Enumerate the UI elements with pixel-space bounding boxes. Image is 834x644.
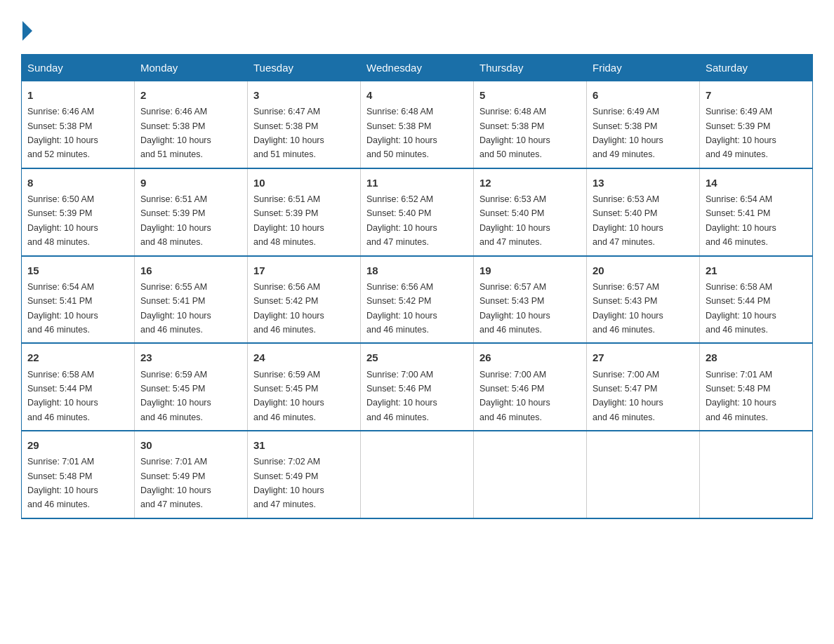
day-sunrise-value: Sunrise: 6:57 AM [479, 282, 546, 292]
day-sunrise-value: Sunrise: 6:46 AM [27, 107, 94, 116]
day-sunrise-value: Sunrise: 6:59 AM [253, 370, 320, 380]
day-sunrise-value: Sunrise: 6:54 AM [27, 282, 94, 292]
day-sunrise-value: Sunrise: 6:57 AM [593, 282, 659, 292]
day-number: 24 [253, 349, 355, 365]
calendar-cell: 18Sunrise: 6:56 AMSunset: 5:42 PMDayligh… [361, 256, 474, 344]
day-daylight-hours: Daylight: 10 hours [366, 135, 437, 145]
day-sunset-value: Sunset: 5:48 PM [27, 471, 92, 481]
calendar-cell: 10Sunrise: 6:51 AMSunset: 5:39 PMDayligh… [248, 168, 361, 256]
day-sunrise-value: Sunrise: 7:01 AM [140, 457, 207, 467]
day-daylight-hours: Daylight: 10 hours [140, 135, 211, 145]
day-number: 5 [479, 87, 581, 103]
day-number: 11 [366, 175, 468, 191]
day-daylight-hours: Daylight: 10 hours [27, 398, 98, 408]
calendar-cell: 22Sunrise: 6:58 AMSunset: 5:44 PMDayligh… [22, 343, 135, 431]
day-number: 1 [27, 87, 128, 103]
day-daylight-minutes: and 47 minutes. [140, 499, 203, 509]
day-sunrise-value: Sunrise: 6:51 AM [253, 194, 320, 204]
day-sunrise-value: Sunrise: 6:48 AM [366, 107, 433, 116]
day-sunset-value: Sunset: 5:38 PM [253, 121, 318, 131]
day-sunrise-value: Sunrise: 7:00 AM [366, 370, 433, 380]
day-daylight-minutes: and 46 minutes. [706, 237, 768, 247]
day-number: 14 [706, 175, 807, 191]
day-sunset-value: Sunset: 5:48 PM [706, 384, 770, 394]
day-daylight-minutes: and 46 minutes. [479, 325, 542, 335]
day-number: 21 [706, 262, 807, 279]
day-daylight-hours: Daylight: 10 hours [27, 485, 98, 495]
day-sunset-value: Sunset: 5:44 PM [27, 384, 92, 394]
day-number: 30 [140, 437, 241, 453]
day-daylight-minutes: and 50 minutes. [479, 149, 542, 159]
day-daylight-hours: Daylight: 10 hours [479, 311, 550, 321]
calendar-cell: 25Sunrise: 7:00 AMSunset: 5:46 PMDayligh… [361, 343, 474, 431]
day-sunrise-value: Sunrise: 7:00 AM [479, 370, 546, 380]
calendar-table: SundayMondayTuesdayWednesdayThursdayFrid… [21, 54, 813, 519]
day-daylight-hours: Daylight: 10 hours [253, 223, 324, 233]
day-daylight-minutes: and 46 minutes. [479, 412, 542, 422]
calendar-cell: 2Sunrise: 6:46 AMSunset: 5:38 PMDaylight… [135, 81, 248, 168]
calendar-week-row: 8Sunrise: 6:50 AMSunset: 5:39 PMDaylight… [22, 168, 813, 256]
day-sunset-value: Sunset: 5:43 PM [479, 296, 544, 306]
day-daylight-hours: Daylight: 10 hours [593, 311, 663, 321]
calendar-cell: 9Sunrise: 6:51 AMSunset: 5:39 PMDaylight… [135, 168, 248, 256]
day-daylight-hours: Daylight: 10 hours [27, 135, 98, 145]
calendar-cell: 17Sunrise: 6:56 AMSunset: 5:42 PMDayligh… [248, 256, 361, 344]
calendar-cell: 8Sunrise: 6:50 AMSunset: 5:39 PMDaylight… [22, 168, 135, 256]
day-sunset-value: Sunset: 5:38 PM [593, 121, 657, 131]
calendar-cell: 20Sunrise: 6:57 AMSunset: 5:43 PMDayligh… [587, 256, 700, 344]
day-daylight-hours: Daylight: 10 hours [27, 223, 98, 233]
column-header-monday: Monday [135, 55, 248, 81]
day-sunrise-value: Sunrise: 7:01 AM [706, 370, 772, 380]
day-sunset-value: Sunset: 5:42 PM [366, 296, 431, 306]
day-daylight-minutes: and 47 minutes. [593, 237, 655, 247]
day-number: 25 [366, 349, 468, 365]
day-number: 27 [593, 349, 694, 365]
calendar-cell: 26Sunrise: 7:00 AMSunset: 5:46 PMDayligh… [474, 343, 587, 431]
day-sunrise-value: Sunrise: 7:01 AM [27, 457, 94, 467]
day-sunset-value: Sunset: 5:40 PM [366, 208, 431, 218]
calendar-cell: 14Sunrise: 6:54 AMSunset: 5:41 PMDayligh… [700, 168, 813, 256]
day-number: 6 [593, 87, 694, 103]
day-number: 22 [27, 349, 128, 365]
day-number: 18 [366, 262, 468, 279]
calendar-cell: 28Sunrise: 7:01 AMSunset: 5:48 PMDayligh… [700, 343, 813, 431]
day-number: 2 [140, 87, 241, 103]
day-sunrise-value: Sunrise: 6:49 AM [593, 107, 659, 116]
day-daylight-minutes: and 47 minutes. [479, 237, 542, 247]
column-header-wednesday: Wednesday [361, 55, 474, 81]
day-sunset-value: Sunset: 5:41 PM [706, 208, 770, 218]
day-sunset-value: Sunset: 5:38 PM [366, 121, 431, 131]
day-sunset-value: Sunset: 5:49 PM [140, 471, 205, 481]
day-sunrise-value: Sunrise: 6:53 AM [593, 194, 659, 204]
day-sunrise-value: Sunrise: 6:55 AM [140, 282, 207, 292]
day-daylight-hours: Daylight: 10 hours [140, 398, 211, 408]
day-daylight-minutes: and 49 minutes. [706, 149, 768, 159]
day-sunrise-value: Sunrise: 7:00 AM [593, 370, 659, 380]
day-sunrise-value: Sunrise: 7:02 AM [253, 457, 320, 467]
calendar-cell: 27Sunrise: 7:00 AMSunset: 5:47 PMDayligh… [587, 343, 700, 431]
day-sunset-value: Sunset: 5:46 PM [479, 384, 544, 394]
day-daylight-minutes: and 46 minutes. [27, 325, 90, 335]
day-sunset-value: Sunset: 5:45 PM [140, 384, 205, 394]
day-sunrise-value: Sunrise: 6:58 AM [706, 282, 772, 292]
day-sunset-value: Sunset: 5:39 PM [27, 208, 92, 218]
calendar-cell: 13Sunrise: 6:53 AMSunset: 5:40 PMDayligh… [587, 168, 700, 256]
day-sunrise-value: Sunrise: 6:56 AM [366, 282, 433, 292]
logo [21, 21, 32, 40]
day-sunset-value: Sunset: 5:43 PM [593, 296, 657, 306]
day-sunset-value: Sunset: 5:49 PM [253, 471, 318, 481]
day-sunrise-value: Sunrise: 6:58 AM [27, 370, 94, 380]
day-daylight-minutes: and 46 minutes. [140, 412, 203, 422]
day-daylight-hours: Daylight: 10 hours [593, 135, 663, 145]
calendar-cell: 29Sunrise: 7:01 AMSunset: 5:48 PMDayligh… [22, 431, 135, 518]
calendar-cell: 23Sunrise: 6:59 AMSunset: 5:45 PMDayligh… [135, 343, 248, 431]
day-number: 12 [479, 175, 581, 191]
day-daylight-minutes: and 48 minutes. [27, 237, 90, 247]
day-daylight-minutes: and 46 minutes. [366, 325, 429, 335]
day-number: 13 [593, 175, 694, 191]
day-number: 23 [140, 349, 241, 365]
day-daylight-hours: Daylight: 10 hours [253, 398, 324, 408]
day-daylight-hours: Daylight: 10 hours [706, 223, 776, 233]
day-daylight-minutes: and 47 minutes. [366, 237, 429, 247]
day-daylight-minutes: and 49 minutes. [593, 149, 655, 159]
